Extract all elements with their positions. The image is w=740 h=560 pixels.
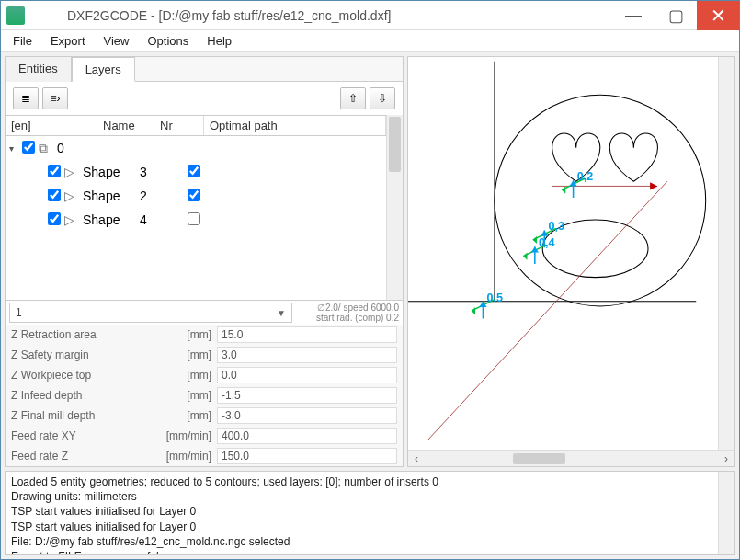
preview-svg: 0,2 0,3 0,4 0,5 [408,57,734,450]
menu-file[interactable]: File [5,32,40,50]
opt-checkbox[interactable] [188,189,200,201]
tree-row[interactable]: ▾ ⧉ 0 [6,136,386,160]
param-row: Z Infeed depth [mm] -1.5 [6,385,403,406]
col-name[interactable]: Name [97,116,154,135]
tree-row[interactable]: ▷ Shape 4 [6,208,386,232]
move-down-button[interactable]: ⇩ [370,87,395,109]
param-value[interactable]: 15.0 [217,326,397,343]
tree-scrollbar[interactable] [386,115,403,300]
tool-select-value: 1 [16,306,22,319]
col-nr[interactable]: Nr [154,116,204,135]
param-value[interactable]: 400.0 [217,428,397,444]
param-unit: [mm/min] [158,429,217,442]
menubar: File Export View Options Help [1,30,739,52]
svg-point-2 [495,95,706,306]
param-label: Z Retraction area [11,328,158,341]
log-line: Loaded 5 entity geometries; reduced to 5… [11,474,729,489]
svg-marker-7 [562,186,565,193]
enable-checkbox[interactable] [22,141,35,154]
move-up-button[interactable]: ⇧ [340,87,366,109]
left-panel: Entities Layers ≣ ≡› ⇧ ⇩ [en] Name Nr [5,56,404,467]
param-value[interactable]: 150.0 [217,448,397,464]
param-label: Z Final mill depth [11,409,158,422]
param-row: Z Final mill depth [mm] -3.0 [6,406,403,426]
tool-select[interactable]: 1 ▼ [9,303,292,323]
canvas-vscroll[interactable] [718,57,734,450]
scroll-left-icon[interactable]: ‹ [408,452,425,465]
row-name: Shape [83,189,140,203]
enable-checkbox[interactable] [48,189,61,201]
param-unit: [mm] [158,328,217,341]
menu-options[interactable]: Options [139,32,197,50]
window-title: DXF2GCODE - [D:/@my fab stuff/res/e12_cn… [30,8,612,23]
param-row: Feed rate XY [mm/min] 400.0 [6,426,403,446]
menu-help[interactable]: Help [199,32,240,50]
param-label: Feed rate XY [11,429,158,442]
row-name: Shape [83,165,140,179]
log-scrollbar[interactable] [718,472,734,554]
param-label: Feed rate Z [11,450,158,463]
row-name: 0 [57,141,114,155]
preview-canvas[interactable]: 0,2 0,3 0,4 0,5 ‹ [407,56,735,467]
tab-layers[interactable]: Layers [72,57,135,82]
chevron-down-icon: ▼ [277,308,286,318]
tree-row[interactable]: ▷ Shape 3 [6,160,386,184]
shape-icon: ▷ [64,165,83,179]
log-line: File: D:/@my fab stuff/res/e12_cnc_mold.… [11,534,729,549]
shape-icon: ⧉ [39,141,57,156]
tree-area: [en] Name Nr Optimal path ▾ ⧉ 0 ▷ Shape … [6,115,403,300]
tree-rows: ▾ ⧉ 0 ▷ Shape 3 ▷ Shape 2 ▷ [6,136,386,232]
menu-export[interactable]: Export [42,32,94,50]
svg-marker-17 [523,252,527,259]
row-name: Shape [83,212,140,227]
maximize-button[interactable]: ▢ [655,1,697,30]
canvas-hscroll[interactable]: ‹ › [408,450,734,466]
layer-toolbar: ≣ ≡› ⇧ ⇩ [6,82,403,115]
expander-icon[interactable]: ▾ [9,143,22,154]
log-line: Export to FILE was successful [11,549,729,555]
param-table: Z Retraction area [mm] 15.0 Z Safety mar… [6,325,403,466]
align-left-button[interactable]: ≣ [13,87,39,109]
svg-text:0,3: 0,3 [548,220,564,233]
param-value[interactable]: -1.5 [217,387,397,404]
lines-icon: ≣ [21,92,30,105]
scroll-right-icon[interactable]: › [718,452,734,465]
param-unit: [mm] [158,409,217,422]
log-line: TSP start values initialised for Layer 0 [11,520,729,534]
content-area: Entities Layers ≣ ≡› ⇧ ⇩ [en] Name Nr [1,52,739,559]
param-value[interactable]: 0.0 [217,367,397,383]
tool-info-line2: start rad. (comp) 0.2 [298,313,399,323]
opt-checkbox[interactable] [188,165,200,177]
enable-checkbox[interactable] [48,212,61,225]
param-value[interactable]: 3.0 [217,347,397,363]
param-label: Z Workpiece top [11,369,158,382]
enable-checkbox[interactable] [48,165,61,177]
close-button[interactable]: ✕ [697,1,739,30]
param-unit: [mm/min] [158,450,217,463]
param-row: Feed rate Z [mm/min] 150.0 [6,446,403,466]
tab-entities[interactable]: Entities [6,57,72,82]
param-value[interactable]: -3.0 [217,407,397,424]
log-line: Drawing units: millimeters [11,489,729,504]
svg-text:0,5: 0,5 [487,291,503,304]
opt-checkbox[interactable] [188,212,200,225]
minimize-button[interactable]: — [612,1,655,30]
shape-icon: ▷ [64,212,83,227]
row-nr: 4 [140,212,188,227]
col-opt[interactable]: Optimal path [204,116,386,135]
log-line: TSP start values initialised for Layer 0 [11,504,729,519]
param-unit: [mm] [158,349,217,361]
align-arrow-button[interactable]: ≡› [42,87,68,109]
tool-info-line1: ∅2.0/ speed 6000.0 [298,303,399,313]
svg-line-4 [427,181,667,440]
app-icon [6,6,25,25]
row-nr: 3 [140,165,188,179]
svg-text:0,4: 0,4 [539,236,554,249]
tree-row[interactable]: ▷ Shape 2 [6,184,386,208]
param-unit: [mm] [158,369,217,382]
svg-text:0,2: 0,2 [577,170,593,183]
param-row: Z Workpiece top [mm] 0.0 [6,365,403,385]
lines-arrow-icon: ≡› [51,92,61,105]
col-en[interactable]: [en] [6,116,97,135]
menu-view[interactable]: View [96,32,138,50]
